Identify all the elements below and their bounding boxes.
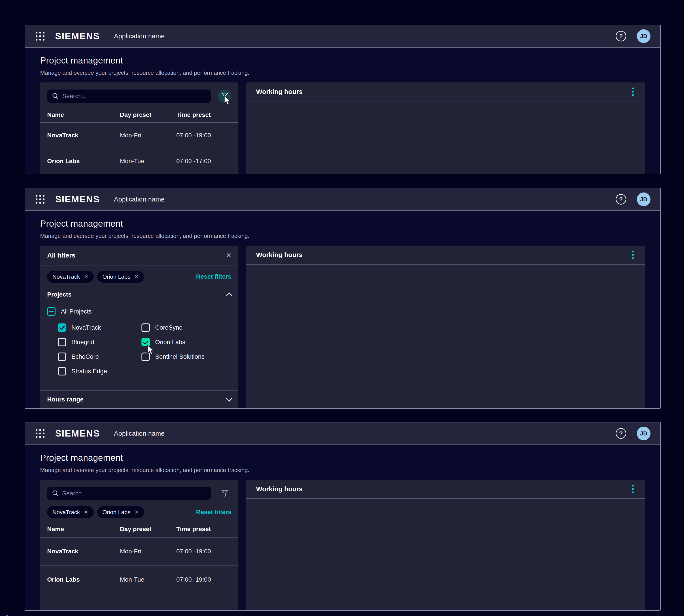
cell-day: Mon-Fri — [120, 132, 176, 139]
app-bar: SIEMENS Application name ? JD — [25, 25, 660, 48]
chip-label: Orion Labs — [102, 273, 131, 280]
table-row[interactable]: Orion Labs Mon-Tue 07:00 -17:00 — [40, 148, 238, 174]
avatar[interactable]: JD — [637, 426, 651, 440]
all-filters-title: All filters — [47, 251, 75, 259]
chip-remove-icon[interactable]: ✕ — [134, 273, 139, 280]
search-icon — [52, 93, 59, 100]
all-projects-checkbox[interactable] — [47, 307, 55, 316]
application-name: Application name — [114, 430, 165, 437]
filter-icon — [221, 490, 228, 497]
presets-card: Name Day preset Time preset NovaTrack Mo… — [40, 83, 238, 174]
checkbox-label: Bluegrid — [71, 339, 94, 346]
search-field-wrap — [47, 89, 211, 103]
project-checkbox-item[interactable]: Bluegrid — [58, 338, 141, 347]
checkbox-label: Stratus Edge — [71, 368, 107, 375]
avatar[interactable]: JD — [637, 193, 651, 206]
siemens-logo: SIEMENS — [55, 428, 100, 439]
column-header-name: Name — [47, 111, 120, 118]
page-title: Project management — [40, 453, 645, 463]
help-icon[interactable]: ? — [616, 428, 626, 439]
checkbox-label: All Projects — [61, 308, 92, 315]
search-input[interactable] — [47, 89, 211, 103]
all-filters-panel: All filters ✕ NovaTrack ✕ Orion Labs ✕ — [40, 246, 238, 408]
table-header-row: Name Day preset Time preset — [40, 108, 238, 122]
application-name: Application name — [114, 32, 165, 40]
checkbox[interactable] — [58, 338, 66, 346]
chevron-down-icon — [226, 396, 232, 402]
cell-day: Mon-Tue — [120, 576, 176, 583]
project-checkbox-item[interactable]: CoreSync — [141, 323, 231, 332]
cell-time: 07:00 -17:00 — [176, 158, 231, 165]
cell-day: Mon-Fri — [120, 548, 176, 555]
chip-remove-icon[interactable]: ✕ — [84, 509, 88, 515]
project-checkbox-item[interactable]: NovaTrack — [58, 323, 141, 332]
search-field-wrap — [47, 487, 211, 500]
checkbox[interactable] — [141, 338, 150, 346]
app-launcher-icon[interactable] — [36, 429, 45, 438]
kebab-menu-icon[interactable] — [630, 483, 636, 495]
checkbox[interactable] — [58, 367, 66, 375]
checkbox[interactable] — [58, 324, 66, 332]
checkbox-label: CoreSync — [155, 324, 182, 331]
project-checkbox-item[interactable]: Orion Labs — [141, 338, 231, 347]
projects-section-header[interactable]: Projects — [40, 287, 238, 302]
kebab-menu-icon[interactable] — [630, 249, 636, 261]
avatar[interactable]: JD — [637, 29, 651, 43]
chip-remove-icon[interactable]: ✕ — [84, 273, 88, 280]
table-row[interactable]: Orion Labs Mon-Tue 07:00 -19:00 — [40, 566, 238, 594]
panel-content: Project management Manage and oversee yo… — [25, 445, 660, 610]
mockup-panel-3: SIEMENS Application name ? JD Project ma… — [25, 422, 661, 611]
kebab-menu-icon[interactable] — [630, 86, 636, 98]
filter-chip[interactable]: Orion Labs ✕ — [97, 506, 144, 518]
checkbox[interactable] — [141, 324, 150, 332]
table-row[interactable]: NovaTrack Mon-Fri 07:00 -19:00 — [40, 123, 238, 148]
select-all-projects[interactable]: All Projects — [47, 307, 231, 316]
reset-filters-link[interactable]: Reset filters — [196, 509, 231, 516]
cell-time: 07:00 -19:00 — [176, 576, 231, 583]
section-label: Projects — [47, 291, 72, 298]
project-checkbox-item[interactable]: Stratus Edge — [58, 367, 141, 376]
reset-filters-link[interactable]: Reset filters — [196, 273, 231, 280]
help-icon[interactable]: ? — [616, 31, 626, 41]
help-icon[interactable]: ? — [616, 194, 626, 204]
chip-label: Orion Labs — [102, 509, 131, 516]
filter-chip[interactable]: Orion Labs ✕ — [97, 271, 144, 283]
cell-name: NovaTrack — [47, 132, 120, 139]
mockup-panel-2: SIEMENS Application name ? JD Project ma… — [25, 188, 661, 409]
page: SIEMENS Application name ? JD Project ma… — [0, 0, 684, 616]
siemens-logo: SIEMENS — [55, 31, 100, 41]
table-row[interactable]: NovaTrack Mon-Fri 07:00 -19:00 — [40, 537, 238, 565]
filter-button[interactable] — [218, 89, 231, 103]
app-launcher-icon[interactable] — [36, 32, 45, 41]
close-icon[interactable]: ✕ — [226, 252, 231, 259]
chip-label: NovaTrack — [52, 509, 80, 516]
working-hours-title: Working hours — [256, 251, 302, 259]
app-launcher-icon[interactable] — [36, 195, 45, 204]
working-hours-title: Working hours — [256, 485, 302, 493]
column-header-day: Day preset — [120, 111, 176, 118]
chevron-up-icon — [226, 292, 232, 299]
checkbox-label: Orion Labs — [155, 339, 185, 346]
column-header-time: Time preset — [176, 111, 231, 118]
search-input[interactable] — [47, 487, 211, 500]
checkbox-label: EchoCore — [71, 353, 99, 360]
column-header-day: Day preset — [120, 526, 176, 533]
stray-blue-fragment — [6, 615, 8, 616]
panel-content: Project management Manage and oversee yo… — [25, 48, 660, 174]
section-label: Hours range — [47, 396, 84, 403]
presets-card: NovaTrack ✕ Orion Labs ✕ Reset filters N… — [40, 480, 238, 610]
hours-range-section-header[interactable]: Hours range — [40, 391, 238, 408]
project-checkbox-item[interactable]: Sentinel Solutions — [141, 352, 231, 361]
chip-remove-icon[interactable]: ✕ — [134, 509, 139, 515]
filter-button[interactable] — [218, 487, 231, 500]
page-subtitle: Manage and oversee your projects, resour… — [40, 467, 645, 474]
checkbox[interactable] — [58, 353, 66, 361]
project-checkbox-item[interactable]: EchoCore — [58, 352, 141, 361]
siemens-logo: SIEMENS — [55, 194, 100, 204]
page-subtitle: Manage and oversee your projects, resour… — [40, 233, 645, 239]
filter-chip[interactable]: NovaTrack ✕ — [47, 271, 94, 283]
page-title: Project management — [40, 56, 645, 65]
cell-day: Mon-Tue — [120, 158, 176, 165]
checkbox[interactable] — [141, 353, 150, 361]
filter-chip[interactable]: NovaTrack ✕ — [47, 506, 94, 518]
